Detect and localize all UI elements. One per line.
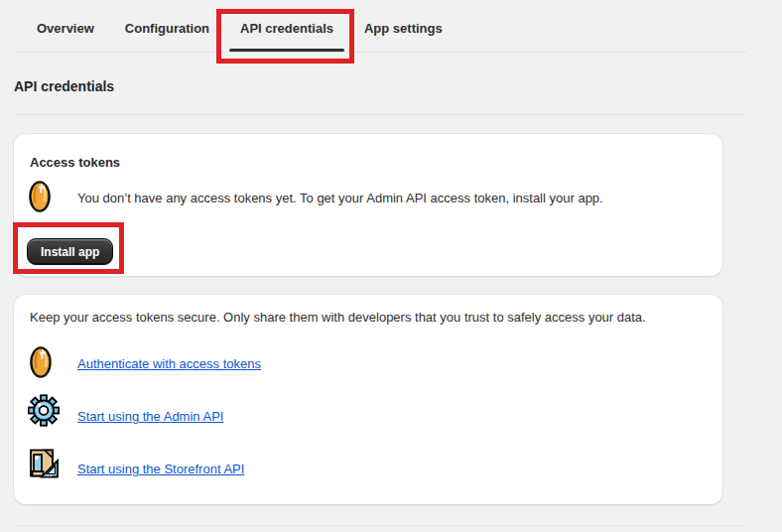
page-title: API credentials [14, 78, 114, 94]
admin-api-link[interactable]: Start using the Admin API [77, 407, 223, 426]
gear-icon [28, 394, 60, 427]
storefront-icon [28, 448, 60, 480]
tab-api-credentials-label: API credentials [240, 21, 333, 36]
coin-icon [30, 346, 62, 379]
tabs-divider [14, 52, 746, 53]
title-divider [14, 114, 746, 115]
install-app-button[interactable]: Install app [27, 238, 113, 265]
security-message: Keep your access tokens secure. Only sha… [30, 308, 705, 327]
security-card: Keep your access tokens secure. Only sha… [14, 295, 722, 504]
coin-icon [29, 181, 61, 213]
tab-api-credentials[interactable]: API credentials [240, 21, 333, 37]
access-tokens-title: Access tokens [30, 155, 120, 170]
tab-overview[interactable]: Overview [37, 21, 94, 37]
tab-app-settings[interactable]: App settings [364, 21, 443, 37]
access-tokens-message: You don’t have any access tokens yet. To… [77, 189, 703, 207]
bottom-divider [14, 525, 746, 526]
authenticate-tokens-link[interactable]: Authenticate with access tokens [77, 354, 261, 373]
storefront-api-link[interactable]: Start using the Storefront API [77, 460, 244, 478]
access-tokens-card: Access tokens You don’t have any access … [14, 134, 722, 276]
tab-bar: Overview Configuration API credentials A… [37, 21, 443, 37]
tab-configuration[interactable]: Configuration [125, 21, 209, 37]
red-annotation-box-tab [216, 9, 354, 64]
